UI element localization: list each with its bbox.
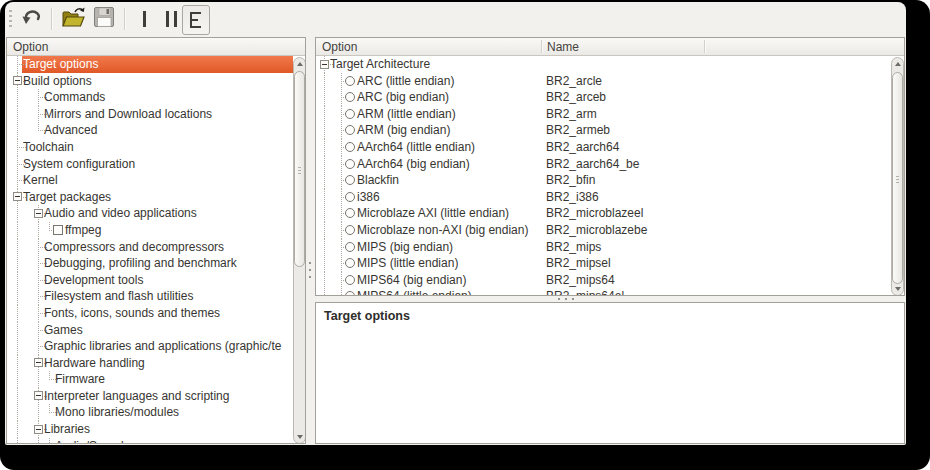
tree-row[interactable]: Audio and video applications [7, 205, 293, 222]
toolbar-drag-handle[interactable] [9, 10, 12, 28]
tree-row[interactable]: Compressors and decompressors [7, 239, 293, 256]
scrollbar-thumb[interactable] [294, 71, 305, 267]
tree-row[interactable]: Mono libraries/modules [7, 404, 293, 421]
radio-button-icon[interactable] [345, 275, 355, 285]
tree-row[interactable]: Games [7, 322, 293, 339]
tree-guide-line [38, 313, 39, 322]
split-view-button[interactable] [158, 5, 184, 33]
tree-row[interactable]: Target options [7, 56, 293, 73]
tree-row[interactable]: Hardware handling [7, 355, 293, 372]
tree-row[interactable]: MIPS (big endian)BR2_mips [316, 239, 891, 256]
tree-guide-line [17, 222, 18, 239]
tree-row[interactable]: i386BR2_i386 [316, 189, 891, 206]
checkbox-icon[interactable] [53, 225, 63, 235]
tree-row[interactable]: Build options [7, 73, 293, 90]
tree-row[interactable]: AArch64 (big endian)BR2_aarch64_be [316, 156, 891, 173]
tree-row[interactable]: System configuration [7, 156, 293, 173]
tree-row[interactable]: Libraries [7, 421, 293, 438]
full-view-button[interactable] [182, 5, 210, 35]
tree-guide-line [324, 106, 325, 123]
vertical-splitter[interactable] [306, 37, 315, 444]
tree-row[interactable]: Interpreter languages and scripting [7, 388, 293, 405]
config-symbol-name: BR2_mipsel [546, 255, 611, 272]
single-view-button[interactable] [132, 5, 156, 33]
tree-row[interactable]: ffmpeg [7, 222, 293, 239]
tree-guide-line [38, 255, 39, 263]
undo-button[interactable] [15, 5, 47, 33]
radio-button-icon[interactable] [345, 142, 355, 152]
options-vscrollbar[interactable] [891, 57, 904, 296]
tree-row[interactable]: AArch64 (little endian)BR2_aarch64 [316, 139, 891, 156]
scroll-down-button[interactable] [294, 431, 305, 443]
column-divider[interactable] [704, 40, 706, 53]
tree-guide-line [341, 114, 342, 123]
tree-row[interactable]: Microblaze non-AXI (big endian)BR2_micro… [316, 222, 891, 239]
tree-row[interactable]: ARM (little endian)BR2_arm [316, 106, 891, 123]
tree-guide-line [324, 89, 325, 106]
radio-button-icon[interactable] [345, 92, 355, 102]
scroll-up-button[interactable] [294, 58, 305, 70]
tree-guide-line [38, 222, 39, 239]
options-rows: Target ArchitectureARC (little endian)BR… [316, 56, 891, 296]
tree-row[interactable]: Graphic libraries and applications (grap… [7, 338, 293, 355]
expander-collapse-box[interactable] [13, 192, 22, 201]
tree-item-label: Commands [44, 89, 105, 106]
tree-row[interactable]: MIPS64 (little endian)BR2_mips64el [316, 288, 891, 296]
expander-collapse-box[interactable] [320, 60, 329, 69]
expander-collapse-box[interactable] [34, 358, 43, 367]
tree-row[interactable]: ARM (big endian)BR2_armeb [316, 122, 891, 139]
toolbar-separator [51, 8, 53, 30]
tree-row[interactable]: MIPS64 (big endian)BR2_mips64 [316, 272, 891, 289]
tree-guide-line [38, 296, 39, 305]
menu-tree-vscrollbar[interactable] [293, 57, 306, 444]
tree-guide-line [341, 89, 342, 97]
tree-row[interactable]: Commands [7, 89, 293, 106]
tree-guide-line [341, 73, 342, 81]
column-divider[interactable] [541, 40, 543, 53]
open-button[interactable] [58, 5, 88, 33]
expander-collapse-box[interactable] [13, 76, 22, 85]
tree-row[interactable]: Fonts, icons, sounds and themes [7, 305, 293, 322]
tree-row[interactable]: Mirrors and Download locations [7, 106, 293, 123]
tree-guide-line [38, 305, 39, 313]
radio-button-icon[interactable] [345, 76, 355, 86]
tree-row[interactable]: BlackfinBR2_bfin [316, 172, 891, 189]
expander-collapse-box[interactable] [34, 391, 43, 400]
scroll-down-button[interactable] [892, 283, 903, 295]
tree-row[interactable]: Kernel [7, 172, 293, 189]
radio-button-icon[interactable] [345, 125, 355, 135]
expander-collapse-box[interactable] [34, 209, 43, 218]
tree-row[interactable]: Toolchain [7, 139, 293, 156]
tree-row[interactable]: ARC (big endian)BR2_arceb [316, 89, 891, 106]
tree-row[interactable]: Target Architecture [316, 56, 891, 73]
tree-item-label: Build options [23, 73, 92, 90]
help-panel: Target options [315, 302, 905, 444]
scrollbar-thumb[interactable] [892, 72, 903, 284]
scroll-up-button[interactable] [892, 58, 903, 70]
tree-row[interactable]: Target packages [7, 189, 293, 206]
expander-collapse-box[interactable] [34, 425, 43, 434]
tree-guide-line [38, 239, 39, 247]
tree-row[interactable]: Audio/Sound [7, 438, 293, 444]
radio-button-icon[interactable] [345, 192, 355, 202]
radio-button-icon[interactable] [345, 258, 355, 268]
radio-button-icon[interactable] [345, 109, 355, 119]
radio-button-icon[interactable] [345, 159, 355, 169]
tree-row[interactable]: Advanced [7, 122, 293, 139]
tree-row[interactable]: Firmware [7, 371, 293, 388]
tree-row[interactable]: Filesystem and flash utilities [7, 288, 293, 305]
radio-button-icon[interactable] [345, 225, 355, 235]
save-button[interactable] [89, 5, 119, 33]
radio-button-icon[interactable] [345, 242, 355, 252]
tree-row[interactable]: Microblaze AXI (little endian)BR2_microb… [316, 205, 891, 222]
radio-button-icon[interactable] [345, 208, 355, 218]
radio-button-icon[interactable] [345, 175, 355, 185]
tree-guide-line [17, 172, 18, 180]
tree-row[interactable]: Development tools [7, 272, 293, 289]
tree-row[interactable]: Debugging, profiling and benchmark [7, 255, 293, 272]
config-symbol-name: BR2_mips64el [546, 288, 624, 296]
tree-row[interactable]: MIPS (little endian)BR2_mipsel [316, 255, 891, 272]
tree-guide-line [324, 73, 325, 90]
tree-guide-line [17, 371, 18, 388]
tree-row[interactable]: ARC (little endian)BR2_arcle [316, 73, 891, 90]
